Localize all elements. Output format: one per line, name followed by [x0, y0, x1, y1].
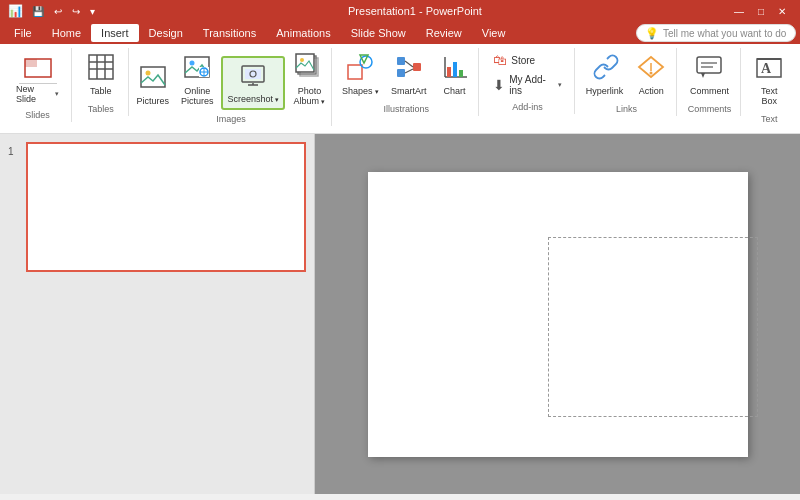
slide-number: 1 [8, 146, 20, 157]
pictures-label: Pictures [136, 97, 169, 107]
my-addins-button[interactable]: ⬇ My Add-ins ▾ [489, 72, 565, 98]
photo-album-icon [295, 53, 323, 85]
save-btn[interactable]: 💾 [29, 5, 47, 18]
svg-rect-2 [89, 55, 113, 79]
ribbon-group-comments: Comment Comments [679, 48, 740, 116]
shapes-label: Shapes ▾ [342, 87, 379, 97]
svg-rect-1 [25, 59, 37, 67]
text-group-label: Text [761, 114, 778, 124]
ribbon: New Slide ▾ Slides [0, 44, 800, 134]
svg-point-8 [145, 70, 150, 75]
action-label: Action [639, 87, 664, 97]
menu-file[interactable]: File [4, 24, 42, 42]
redo-btn[interactable]: ↪ [69, 5, 83, 18]
slide-canvas-area [315, 134, 800, 494]
svg-rect-7 [141, 67, 165, 87]
maximize-btn[interactable]: □ [752, 5, 770, 18]
comments-group-label: Comments [688, 104, 732, 114]
images-group-label: Images [216, 114, 246, 124]
svg-point-10 [190, 61, 195, 66]
slide-thumbnail[interactable] [26, 142, 306, 272]
text-box-label: TextBox [761, 87, 778, 107]
illustrations-buttons: Shapes ▾ SmartArt [338, 50, 475, 100]
menu-insert[interactable]: Insert [91, 24, 139, 42]
my-addins-arrow: ▾ [558, 81, 562, 89]
online-pictures-label: OnlinePictures [181, 87, 214, 107]
smartart-icon [395, 53, 423, 85]
slide-thumbnail-row: 1 [8, 142, 306, 272]
minimize-btn[interactable]: — [728, 5, 750, 18]
customize-btn[interactable]: ▾ [87, 5, 98, 18]
new-slide-icon [19, 52, 57, 84]
hyperlink-icon [591, 53, 619, 85]
screenshot-button[interactable]: Screenshot ▾ [221, 56, 285, 110]
window-title: Presentation1 - PowerPoint [108, 5, 722, 17]
tell-me-box[interactable]: 💡 Tell me what you want to do [636, 24, 796, 42]
new-slide-button[interactable]: New Slide ▾ [12, 50, 63, 106]
slide-canvas[interactable] [368, 172, 748, 457]
hyperlink-button[interactable]: Hyperlink [582, 50, 628, 100]
store-label: Store [511, 55, 535, 66]
text-box-button[interactable]: A TextBox [749, 50, 789, 110]
action-button[interactable]: Action [631, 50, 671, 100]
close-btn[interactable]: ✕ [772, 5, 792, 18]
svg-line-31 [405, 69, 413, 73]
svg-rect-36 [459, 70, 463, 77]
ribbon-group-images: Pictures O [131, 48, 333, 126]
comment-button[interactable]: Comment [686, 50, 733, 100]
addins-group-label: Add-ins [512, 102, 543, 112]
links-buttons: Hyperlink Action [582, 50, 672, 100]
menu-view[interactable]: View [472, 24, 516, 42]
title-bar: 📊 💾 ↩ ↪ ▾ Presentation1 - PowerPoint — □… [0, 0, 800, 22]
online-pictures-button[interactable]: OnlinePictures [177, 50, 218, 110]
slide-dotted-box [548, 237, 758, 417]
menu-animations[interactable]: Animations [266, 24, 340, 42]
illustrations-group-label: Illustrations [383, 104, 429, 114]
svg-line-30 [405, 61, 413, 67]
smartart-label: SmartArt [391, 87, 427, 97]
tell-me-text: Tell me what you want to do [663, 28, 786, 39]
svg-marker-41 [701, 73, 705, 78]
my-addins-label: My Add-ins [509, 74, 553, 96]
smartart-button[interactable]: SmartArt [387, 50, 431, 100]
menu-review[interactable]: Review [416, 24, 472, 42]
ribbon-group-tables: Table Tables [74, 48, 128, 116]
menu-design[interactable]: Design [139, 24, 193, 42]
undo-btn[interactable]: ↩ [51, 5, 65, 18]
addins-items: 🛍 Store ⬇ My Add-ins ▾ [489, 50, 565, 98]
svg-rect-27 [397, 57, 405, 65]
links-group-label: Links [616, 104, 637, 114]
svg-rect-28 [397, 69, 405, 77]
menu-bar: File Home Insert Design Transitions Anim… [0, 22, 800, 44]
images-buttons: Pictures O [132, 50, 329, 110]
online-pictures-icon [183, 53, 211, 85]
chart-button[interactable]: Chart [435, 50, 475, 100]
photo-album-label: PhotoAlbum ▾ [293, 87, 325, 107]
table-button[interactable]: Table [81, 50, 121, 100]
pictures-button[interactable]: Pictures [132, 60, 173, 110]
my-addins-icon: ⬇ [493, 77, 505, 93]
ribbon-group-text: A TextBox Text [743, 48, 796, 126]
shapes-icon [346, 53, 374, 85]
ribbon-groups: New Slide ▾ Slides [4, 48, 796, 126]
main-area: 1 [0, 134, 800, 494]
tables-group-label: Tables [88, 104, 114, 114]
svg-rect-24 [348, 65, 362, 79]
ribbon-group-slides: New Slide ▾ Slides [4, 48, 72, 122]
tell-me-icon: 💡 [645, 27, 659, 40]
svg-rect-35 [453, 62, 457, 77]
svg-point-23 [300, 58, 304, 62]
action-icon [637, 53, 665, 85]
comments-buttons: Comment [686, 50, 733, 100]
quick-access-toolbar: 💾 ↩ ↪ ▾ [29, 5, 98, 18]
store-button[interactable]: 🛍 Store [489, 50, 565, 70]
ribbon-group-addins: 🛍 Store ⬇ My Add-ins ▾ Add-ins [481, 48, 574, 114]
chart-label: Chart [444, 87, 466, 97]
photo-album-button[interactable]: PhotoAlbum ▾ [289, 50, 329, 110]
menu-slideshow[interactable]: Slide Show [341, 24, 416, 42]
window-controls: — □ ✕ [728, 5, 792, 18]
shapes-button[interactable]: Shapes ▾ [338, 50, 383, 100]
menu-transitions[interactable]: Transitions [193, 24, 266, 42]
chart-icon [441, 53, 469, 85]
menu-home[interactable]: Home [42, 24, 91, 42]
